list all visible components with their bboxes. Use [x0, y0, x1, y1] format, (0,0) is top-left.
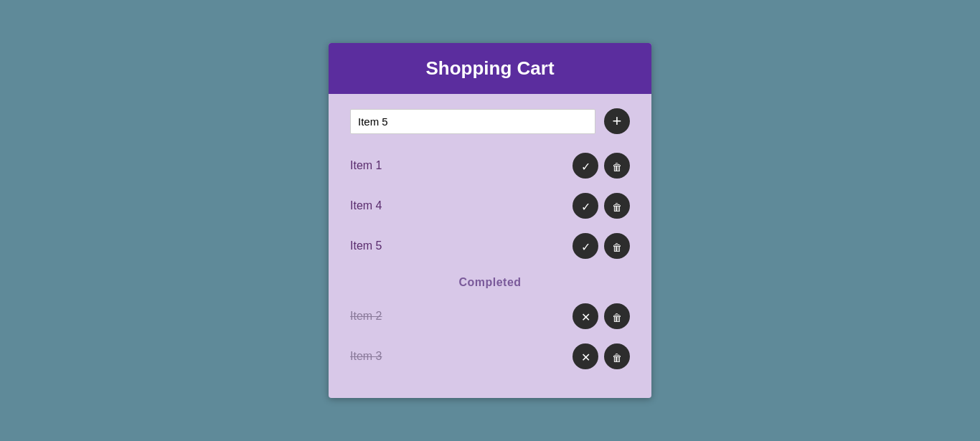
list-item: Item 2 — [350, 296, 630, 336]
add-item-button[interactable] — [604, 108, 630, 134]
completed-section-label: Completed — [350, 266, 630, 296]
x-icon — [581, 308, 590, 325]
trash-icon — [612, 198, 622, 214]
uncomplete-button[interactable] — [573, 303, 598, 329]
completed-item-label: Item 2 — [350, 310, 573, 323]
trash-icon — [612, 158, 622, 174]
add-item-row — [350, 108, 630, 134]
new-item-input[interactable] — [350, 109, 595, 134]
delete-button[interactable] — [604, 343, 630, 369]
trash-icon — [612, 308, 622, 325]
item-label: Item 1 — [350, 159, 573, 172]
cart-body: Item 1 Item 4 Item 5 — [329, 94, 651, 398]
trash-icon — [612, 348, 622, 365]
complete-button[interactable] — [573, 193, 598, 219]
list-item: Item 3 — [350, 336, 630, 376]
cart-header: Shopping Cart — [329, 43, 651, 94]
item-actions — [573, 233, 630, 259]
plus-icon — [613, 113, 622, 130]
item-actions — [573, 343, 630, 369]
shopping-cart: Shopping Cart Item 1 Item 4 — [329, 43, 651, 398]
list-item: Item 1 — [350, 146, 630, 186]
check-icon — [581, 238, 590, 255]
item-actions — [573, 303, 630, 329]
cart-title: Shopping Cart — [425, 57, 554, 79]
item-label: Item 5 — [350, 240, 573, 252]
complete-button[interactable] — [573, 153, 598, 179]
trash-icon — [612, 238, 622, 255]
delete-button[interactable] — [604, 233, 630, 259]
delete-button[interactable] — [604, 193, 630, 219]
list-item: Item 4 — [350, 186, 630, 226]
completed-item-label: Item 3 — [350, 350, 573, 363]
complete-button[interactable] — [573, 233, 598, 259]
check-icon — [581, 158, 590, 174]
delete-button[interactable] — [604, 303, 630, 329]
x-icon — [581, 348, 590, 365]
uncomplete-button[interactable] — [573, 343, 598, 369]
item-label: Item 4 — [350, 199, 573, 212]
check-icon — [581, 198, 590, 214]
item-actions — [573, 193, 630, 219]
list-item: Item 5 — [350, 226, 630, 266]
item-actions — [573, 153, 630, 179]
delete-button[interactable] — [604, 153, 630, 179]
